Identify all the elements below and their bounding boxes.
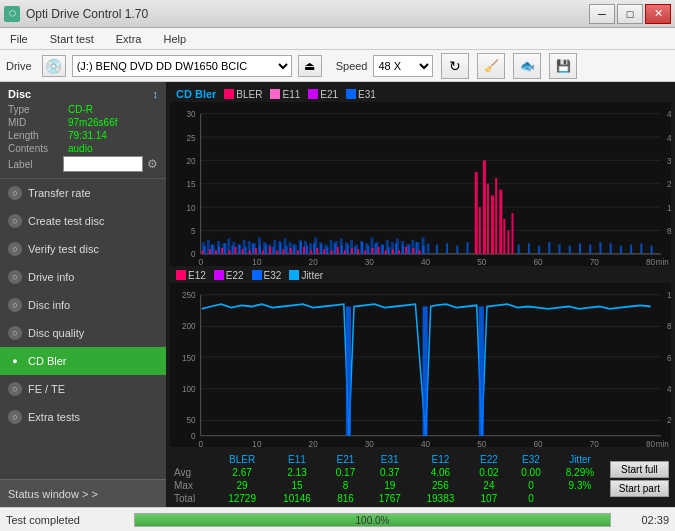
sidebar-item-disc-info[interactable]: ○ Disc info xyxy=(0,291,166,319)
eject-button[interactable]: ⏏ xyxy=(298,55,322,77)
svg-rect-89 xyxy=(282,249,284,254)
stats-col-e11: E11 xyxy=(270,453,325,466)
e22-label: E22 xyxy=(226,270,244,281)
info-button[interactable]: 🐟 xyxy=(513,53,541,79)
start-part-button[interactable]: Start part xyxy=(610,480,669,497)
menu-extra[interactable]: Extra xyxy=(110,31,148,47)
refresh-button[interactable]: ↻ xyxy=(441,53,469,79)
svg-rect-166 xyxy=(610,243,612,254)
svg-text:60: 60 xyxy=(534,438,543,447)
svg-text:70: 70 xyxy=(590,438,599,447)
svg-rect-88 xyxy=(276,250,278,254)
disc-expand-icon[interactable]: ↕ xyxy=(153,88,159,100)
svg-rect-108 xyxy=(412,248,414,254)
save-button[interactable]: 💾 xyxy=(549,53,577,79)
stats-max-e21: 8 xyxy=(324,479,366,492)
svg-rect-154 xyxy=(446,243,448,254)
svg-rect-97 xyxy=(337,247,339,254)
svg-rect-127 xyxy=(252,243,254,254)
stats-avg-e11: 2.13 xyxy=(270,466,325,479)
stats-total-row: Total 12729 10146 816 1767 19383 107 0 xyxy=(170,492,608,505)
stats-area: BLER E11 E21 E31 E12 E22 E32 Jitter xyxy=(166,451,675,507)
stats-total-e22: 107 xyxy=(468,492,510,505)
svg-rect-99 xyxy=(351,248,353,254)
e21-color xyxy=(308,89,318,99)
sidebar-item-drive-info-label: Drive info xyxy=(28,271,74,283)
sidebar-item-disc-quality[interactable]: ○ Disc quality xyxy=(0,319,166,347)
svg-rect-170 xyxy=(651,246,653,254)
svg-text:32 X: 32 X xyxy=(667,155,671,166)
sidebar-item-extra-tests[interactable]: ○ Extra tests xyxy=(0,403,166,431)
stats-total-bler: 12729 xyxy=(215,492,270,505)
minimize-button[interactable]: ─ xyxy=(589,4,615,24)
svg-rect-79 xyxy=(215,250,217,254)
stats-col-e32: E32 xyxy=(510,453,552,466)
elapsed-time: 02:39 xyxy=(619,514,669,526)
svg-text:150: 150 xyxy=(182,352,196,363)
svg-text:0: 0 xyxy=(191,249,196,260)
sidebar-item-transfer-rate[interactable]: ○ Transfer rate xyxy=(0,179,166,207)
svg-text:4%: 4% xyxy=(667,383,671,394)
stats-max-e31: 19 xyxy=(367,479,413,492)
svg-rect-165 xyxy=(599,242,601,254)
top-chart-svg: 0 5 10 15 20 25 30 8 X 16 X 24 X 32 X 40… xyxy=(170,102,671,266)
svg-rect-133 xyxy=(293,244,295,253)
drive-select[interactable]: (J:) BENQ DVD DD DW1650 BCIC xyxy=(72,55,292,77)
close-button[interactable]: ✕ xyxy=(645,4,671,24)
svg-rect-141 xyxy=(347,244,349,253)
stats-col-e22: E22 xyxy=(468,453,510,466)
stats-max-label: Max xyxy=(170,479,215,492)
bler-color xyxy=(224,89,234,99)
svg-text:80: 80 xyxy=(646,438,655,447)
sidebar-item-create-test-disc[interactable]: ○ Create test disc xyxy=(0,207,166,235)
svg-rect-146 xyxy=(382,244,384,253)
svg-text:0: 0 xyxy=(191,430,196,441)
svg-text:250: 250 xyxy=(182,289,196,300)
stats-table: BLER E11 E21 E31 E12 E22 E32 Jitter xyxy=(170,453,608,505)
svg-text:80: 80 xyxy=(646,257,655,266)
menu-start-test[interactable]: Start test xyxy=(44,31,100,47)
menu-help[interactable]: Help xyxy=(157,31,192,47)
stats-total-e32: 0 xyxy=(510,492,552,505)
stats-total-jitter xyxy=(552,492,608,505)
svg-text:70: 70 xyxy=(590,257,599,266)
disc-label-input[interactable] xyxy=(63,156,143,172)
start-full-button[interactable]: Start full xyxy=(610,461,669,478)
svg-rect-143 xyxy=(361,242,363,254)
top-legend-e21: E21 xyxy=(308,89,338,100)
erase-button[interactable]: 🧹 xyxy=(477,53,505,79)
menu-file[interactable]: File xyxy=(4,31,34,47)
progress-bar: 100.0% xyxy=(134,513,611,527)
maximize-button[interactable]: □ xyxy=(617,4,643,24)
svg-rect-78 xyxy=(209,249,211,254)
svg-rect-77 xyxy=(202,250,204,254)
svg-rect-90 xyxy=(290,248,292,254)
disc-title: Disc xyxy=(8,88,31,100)
svg-text:30: 30 xyxy=(186,109,195,120)
sidebar-item-disc-info-label: Disc info xyxy=(28,299,70,311)
stats-col-label xyxy=(170,453,215,466)
bottom-legend-e32: E32 xyxy=(252,270,282,281)
svg-rect-81 xyxy=(228,250,230,254)
sidebar-item-cd-bler[interactable]: ● CD Bler xyxy=(0,347,166,375)
status-window-label: Status window > > xyxy=(8,488,98,500)
cd-bler-icon: ● xyxy=(8,354,22,368)
stats-total-e21: 816 xyxy=(324,492,366,505)
svg-rect-93 xyxy=(310,250,312,254)
svg-rect-120 xyxy=(204,246,206,254)
gear-icon[interactable]: ⚙ xyxy=(147,157,158,171)
svg-rect-101 xyxy=(364,250,366,254)
stats-total-e11: 10146 xyxy=(270,492,325,505)
sidebar-item-fe-te-label: FE / TE xyxy=(28,383,65,395)
status-window-button[interactable]: Status window > > xyxy=(0,479,166,507)
sidebar-item-transfer-rate-label: Transfer rate xyxy=(28,187,91,199)
svg-rect-126 xyxy=(245,247,247,254)
title-bar: ⬡ Opti Drive Control 1.70 ─ □ ✕ xyxy=(0,0,675,28)
sidebar-item-drive-info[interactable]: ○ Drive info xyxy=(0,263,166,291)
stats-avg-e31: 0.37 xyxy=(367,466,413,479)
svg-rect-151 xyxy=(415,242,417,254)
speed-select[interactable]: 48 X xyxy=(373,55,433,77)
sidebar-item-fe-te[interactable]: ○ FE / TE xyxy=(0,375,166,403)
svg-rect-128 xyxy=(259,246,261,254)
sidebar-item-verify-test-disc[interactable]: ○ Verify test disc xyxy=(0,235,166,263)
